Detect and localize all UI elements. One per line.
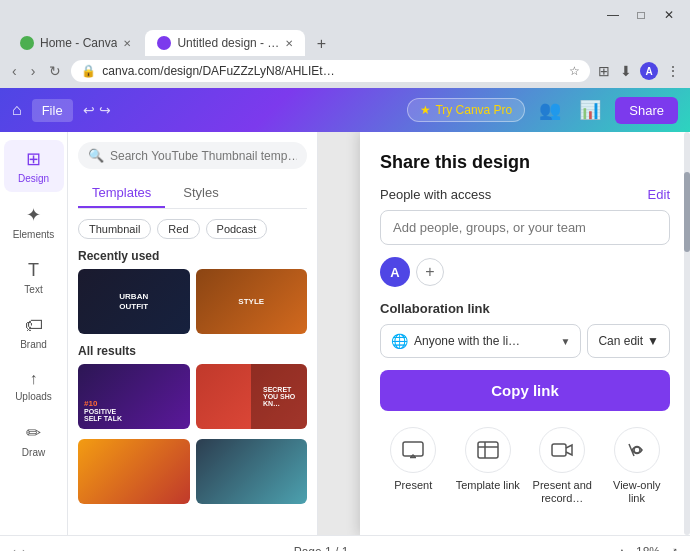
chip-podcast[interactable]: Podcast (206, 219, 268, 239)
uploads-icon: ↑ (30, 370, 38, 388)
link-dropdown-arrow: ▼ (561, 336, 571, 347)
sidebar-item-brand[interactable]: 🏷 Brand (4, 307, 64, 358)
search-bar[interactable]: 🔍 (78, 142, 307, 169)
thumbnail-item-4[interactable]: SECRETYOU SHOKN… (196, 364, 308, 429)
permission-text: Can edit (598, 334, 643, 348)
try-pro-button[interactable]: ★ Try Canva Pro (407, 98, 525, 122)
share-panel-scrollbar[interactable] (684, 132, 690, 535)
star-icon[interactable]: ☆ (569, 64, 580, 78)
bottom-center: Page 1 / 1 (294, 545, 349, 552)
thumbnail-item-1[interactable]: URBANOUTFIT (78, 269, 190, 334)
add-avatar-button[interactable]: + (416, 258, 444, 286)
people-access-label: People with access (380, 187, 491, 202)
chevron-up-icon[interactable]: ▲ (616, 545, 628, 552)
canvas-area[interactable]: Share this design People with access Edi… (318, 132, 690, 535)
share-people-icon[interactable]: 👥 (535, 95, 565, 125)
link-row: 🌐 Anyone with the li… ▼ Can edit ▼ (380, 324, 670, 358)
home-favicon (20, 36, 34, 50)
present-label: Present (394, 479, 432, 492)
recently-used-label: Recently used (78, 249, 307, 263)
home-icon[interactable]: ⌂ (12, 101, 22, 119)
thumb-text-4: POSITIVESELF TALK (84, 408, 122, 423)
chip-thumbnail[interactable]: Thumbnail (78, 219, 151, 239)
design-tab-close[interactable]: ✕ (285, 38, 293, 49)
share-title: Share this design (380, 152, 670, 173)
undo-button[interactable]: ↩ (83, 102, 95, 118)
text-icon: T (28, 260, 39, 281)
copy-link-button[interactable]: Copy link (380, 370, 670, 411)
tab-design[interactable]: Untitled design - YouTube T… ✕ (145, 30, 305, 56)
thumbnail-item-5[interactable] (78, 439, 190, 504)
chip-red[interactable]: Red (157, 219, 199, 239)
template-link-icon (465, 427, 511, 473)
download-icon[interactable]: ⬇ (618, 61, 634, 81)
sidebar-item-text[interactable]: T Text (4, 252, 64, 303)
file-button[interactable]: File (32, 99, 73, 122)
back-button[interactable]: ‹ (8, 61, 21, 81)
share-action-view-only[interactable]: View-only link (604, 427, 671, 505)
sidebar-item-design[interactable]: ⊞ Design (4, 140, 64, 192)
sidebar-item-uploads[interactable]: ↑ Uploads (4, 362, 64, 410)
bottom-left: ‹ › (12, 545, 26, 552)
thumbnail-item-2[interactable]: STYLE (196, 269, 308, 334)
profile-icon[interactable]: A (640, 62, 658, 80)
permission-dropdown[interactable]: Can edit ▼ (587, 324, 670, 358)
sidebar-design-label: Design (18, 173, 49, 184)
address-bar[interactable]: 🔒 canva.com/design/DAFuZZzLyN8/AHLIEt… ☆ (71, 60, 590, 82)
share-panel-content: Share this design People with access Edi… (360, 132, 690, 535)
svg-rect-5 (552, 444, 566, 456)
page-info: Page 1 / 1 (294, 545, 349, 552)
refresh-button[interactable]: ↻ (45, 61, 65, 81)
avatar-row: A + (380, 257, 670, 287)
address-text: canva.com/design/DAFuZZzLyN8/AHLIEt… (102, 64, 563, 78)
pro-star-icon: ★ (420, 103, 431, 117)
tab-home[interactable]: Home - Canva ✕ (8, 30, 143, 56)
expand-icon[interactable]: ⤢ (668, 545, 678, 552)
address-bar-row: ‹ › ↻ 🔒 canva.com/design/DAFuZZzLyN8/AHL… (0, 56, 690, 88)
close-button[interactable]: ✕ (656, 4, 682, 26)
window-controls[interactable]: — □ ✕ (600, 4, 682, 26)
avatar: A (380, 257, 410, 287)
collaboration-label: Collaboration link (380, 301, 670, 316)
thumbnail-item-3[interactable]: #10 POSITIVESELF TALK (78, 364, 190, 429)
bottom-right: ▲ 18% ⤢ (616, 545, 678, 552)
elements-icon: ✦ (26, 204, 41, 226)
all-results-label: All results (78, 344, 307, 358)
tab-templates[interactable]: Templates (78, 179, 165, 208)
perm-dropdown-arrow: ▼ (647, 334, 659, 348)
share-button[interactable]: Share (615, 97, 678, 124)
search-icon: 🔍 (88, 148, 104, 163)
new-tab-button[interactable]: + (309, 32, 333, 56)
search-input[interactable] (110, 149, 297, 163)
lock-icon: 🔒 (81, 64, 96, 78)
forward-button[interactable]: › (27, 61, 40, 81)
minimize-button[interactable]: — (600, 4, 626, 26)
scroll-right-icon[interactable]: › (22, 545, 26, 552)
left-panel: 🔍 Templates Styles Thumbnail Red Podcast… (68, 132, 318, 535)
app-nav: ⌂ File ↩ ↪ ★ Try Canva Pro 👥 📊 Share (0, 88, 690, 132)
share-action-template[interactable]: Template link (455, 427, 522, 505)
share-action-present-record[interactable]: Present and record… (529, 427, 596, 505)
link-dropdown[interactable]: 🌐 Anyone with the li… ▼ (380, 324, 581, 358)
undo-redo-group: ↩ ↪ (83, 102, 111, 118)
scroll-left-icon[interactable]: ‹ (12, 545, 16, 552)
menu-icon[interactable]: ⋮ (664, 61, 682, 81)
toolbar-icons: ⊞ ⬇ A ⋮ (596, 61, 682, 81)
redo-button[interactable]: ↪ (99, 102, 111, 118)
share-action-present[interactable]: Present (380, 427, 447, 505)
thumbnail-item-6[interactable] (196, 439, 308, 504)
add-people-input[interactable] (380, 210, 670, 245)
home-tab-close[interactable]: ✕ (123, 38, 131, 49)
edit-link[interactable]: Edit (648, 187, 670, 202)
maximize-button[interactable]: □ (628, 4, 654, 26)
sidebar-item-elements[interactable]: ✦ Elements (4, 196, 64, 248)
link-dropdown-text: Anyone with the li… (414, 334, 555, 348)
all-results-grid: #10 POSITIVESELF TALK SECRETYOU SHOKN… (78, 364, 307, 429)
main-content: ⊞ Design ✦ Elements T Text 🏷 Brand ↑ Upl… (0, 132, 690, 535)
sidebar-item-draw[interactable]: ✏ Draw (4, 414, 64, 466)
chart-icon[interactable]: 📊 (575, 95, 605, 125)
thumb-text-3: #10 (84, 399, 97, 408)
extensions-icon[interactable]: ⊞ (596, 61, 612, 81)
zoom-level: 18% (636, 545, 660, 552)
tab-styles[interactable]: Styles (169, 179, 232, 208)
